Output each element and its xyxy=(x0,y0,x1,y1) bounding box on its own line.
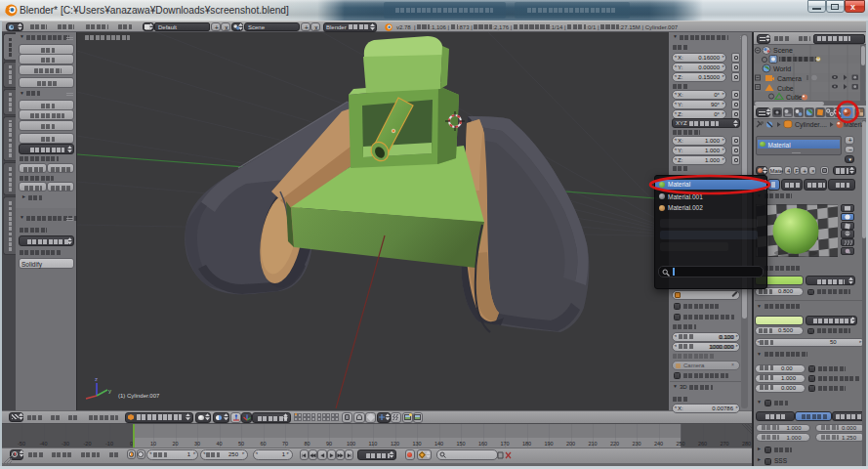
svg-text:Cylinder....: Cylinder.... xyxy=(795,121,827,129)
svg-text:Cube: Cube xyxy=(786,94,803,101)
svg-text:Camera: Camera xyxy=(777,75,802,82)
svg-text:World: World xyxy=(773,65,791,72)
svg-text:z: z xyxy=(95,376,98,382)
svg-text:Cube: Cube xyxy=(777,85,794,92)
svg-text:y: y xyxy=(108,388,111,394)
svg-text:Scene: Scene xyxy=(773,47,793,54)
